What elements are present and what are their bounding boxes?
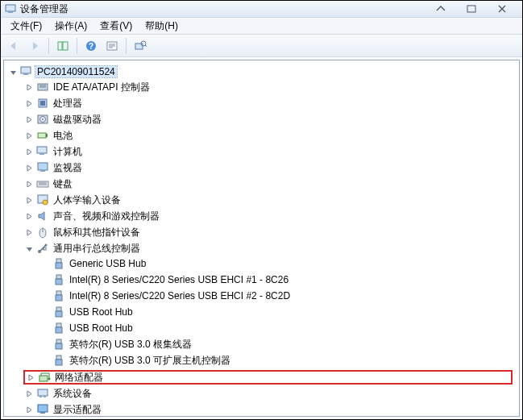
toolbar-separator [48, 38, 49, 54]
category-label[interactable]: 人体学输入设备 [52, 193, 122, 207]
device-item[interactable]: USB Root Hub [41, 321, 519, 335]
category-label[interactable]: 计算机 [52, 145, 84, 159]
category-label[interactable]: 键盘 [52, 177, 74, 191]
maximize-button[interactable] [466, 5, 488, 13]
svg-rect-44 [56, 291, 61, 295]
category-label[interactable]: 鼠标和其他指针设备 [52, 226, 142, 239]
category-network[interactable]: 网络适配器 [23, 370, 513, 385]
category-label[interactable]: 电池 [52, 129, 74, 143]
usb-device-icon [52, 289, 65, 302]
category-system[interactable]: 系统设备 [25, 386, 519, 401]
device-label[interactable]: Generic USB Hub [68, 258, 147, 269]
category-label[interactable]: 声音、视频和游戏控制器 [52, 210, 161, 223]
expand-icon[interactable] [25, 99, 34, 108]
svg-point-55 [48, 378, 51, 380]
device-item[interactable]: USB Root Hub [41, 305, 519, 319]
category-mouse[interactable]: 鼠标和其他指针设备 [25, 225, 519, 239]
device-label[interactable]: USB Root Hub [68, 306, 135, 318]
expand-icon[interactable] [25, 405, 34, 414]
expand-icon[interactable] [25, 148, 34, 156]
help-button[interactable]: ? [81, 37, 101, 55]
category-keyboard[interactable]: 键盘 [25, 177, 519, 191]
category-cpu[interactable]: 处理器 [25, 96, 519, 110]
expand-icon[interactable] [25, 164, 34, 173]
menu-file[interactable]: 文件(F) [6, 18, 47, 35]
category-label[interactable]: 磁盘驱动器 [52, 113, 103, 127]
category-disk[interactable]: 磁盘驱动器 [25, 112, 519, 127]
category-ide[interactable]: IDE ATA/ATAPI 控制器 [25, 80, 519, 94]
svg-rect-39 [44, 247, 46, 250]
svg-rect-47 [56, 311, 62, 317]
device-item[interactable]: Generic USB Hub [41, 256, 519, 271]
battery-icon [36, 129, 49, 142]
category-label[interactable]: IDE ATA/ATAPI 控制器 [52, 81, 152, 94]
category-computer[interactable]: 计算机 [25, 144, 519, 159]
show-hide-tree-button[interactable] [53, 37, 73, 55]
category-battery[interactable]: 电池 [25, 128, 519, 143]
back-button[interactable] [4, 37, 23, 55]
usb-device-icon [52, 257, 65, 270]
toolbar: ? [1, 35, 522, 57]
category-monitor[interactable]: 监视器 [25, 160, 519, 175]
category-label[interactable]: 显示适配器 [52, 403, 103, 417]
category-label[interactable]: 通用串行总线控制器 [52, 242, 142, 256]
monitor-icon [36, 161, 49, 174]
svg-line-13 [145, 45, 147, 47]
window-title: 设备管理器 [20, 2, 68, 16]
expand-icon[interactable] [25, 115, 34, 124]
svg-rect-43 [56, 279, 62, 285]
menu-help[interactable]: 帮助(H) [140, 18, 183, 35]
device-label[interactable]: Intel(R) 8 Series/C220 Series USB EHCI #… [68, 274, 290, 285]
svg-rect-15 [23, 73, 28, 75]
system-icon [36, 387, 49, 400]
expand-icon[interactable] [25, 196, 34, 205]
device-item[interactable]: 英特尔(R) USB 3.0 可扩展主机控制器 [41, 353, 519, 368]
forward-button[interactable] [25, 37, 44, 55]
svg-rect-52 [56, 356, 61, 360]
root-label[interactable]: PC201409011524 [35, 66, 117, 77]
scan-hardware-button[interactable] [131, 37, 150, 55]
expand-icon[interactable] [25, 212, 34, 221]
properties-button[interactable] [102, 37, 122, 55]
svg-rect-45 [56, 295, 62, 301]
collapse-icon[interactable] [25, 244, 34, 253]
category-hid[interactable]: 人体学输入设备 [25, 193, 519, 207]
svg-rect-51 [56, 343, 62, 349]
device-label[interactable]: USB Root Hub [68, 322, 135, 334]
category-sound[interactable]: 声音、视频和游戏控制器 [25, 209, 519, 223]
keyboard-icon [36, 177, 49, 190]
category-label[interactable]: 处理器 [52, 97, 84, 110]
expand-icon[interactable] [27, 373, 35, 382]
expand-icon[interactable] [25, 83, 34, 92]
category-usb[interactable]: 通用串行总线控制器 [25, 241, 519, 256]
device-item[interactable]: Intel(R) 8 Series/C220 Series USB EHCI #… [41, 272, 519, 287]
minimize-button[interactable] [435, 5, 458, 13]
tree-pane[interactable]: PC201409011524IDE ATA/ATAPI 控制器处理器磁盘驱动器电… [3, 60, 520, 417]
device-item[interactable]: 英特尔(R) USB 3.0 根集线器 [41, 337, 519, 351]
device-item[interactable]: Intel(R) 8 Series/C220 Series USB EHCI #… [41, 289, 519, 303]
category-label[interactable]: 网络适配器 [53, 371, 105, 385]
menu-view[interactable]: 查看(V) [95, 18, 137, 35]
svg-rect-25 [46, 134, 48, 137]
expand-icon[interactable] [25, 389, 34, 398]
category-display[interactable]: 显示适配器 [25, 402, 519, 417]
network-icon [38, 371, 51, 384]
svg-point-38 [45, 244, 48, 247]
category-label[interactable]: 监视器 [52, 161, 84, 175]
usb-device-icon [52, 273, 65, 286]
svg-text:?: ? [89, 42, 93, 51]
cpu-icon [36, 97, 49, 110]
expand-icon[interactable] [25, 180, 34, 189]
close-button[interactable] [496, 5, 519, 13]
device-label[interactable]: Intel(R) 8 Series/C220 Series USB EHCI #… [68, 290, 292, 301]
menu-action[interactable]: 操作(A) [50, 18, 92, 35]
expand-icon[interactable] [25, 228, 34, 237]
device-label[interactable]: 英特尔(R) USB 3.0 根集线器 [68, 338, 193, 351]
svg-rect-46 [56, 307, 61, 311]
device-label[interactable]: 英特尔(R) USB 3.0 可扩展主机控制器 [68, 354, 232, 368]
collapse-icon[interactable] [9, 68, 18, 77]
expand-icon[interactable] [25, 131, 34, 140]
category-label[interactable]: 系统设备 [52, 387, 93, 401]
tree-root[interactable]: PC201409011524 [9, 64, 519, 79]
svg-rect-26 [37, 147, 47, 153]
